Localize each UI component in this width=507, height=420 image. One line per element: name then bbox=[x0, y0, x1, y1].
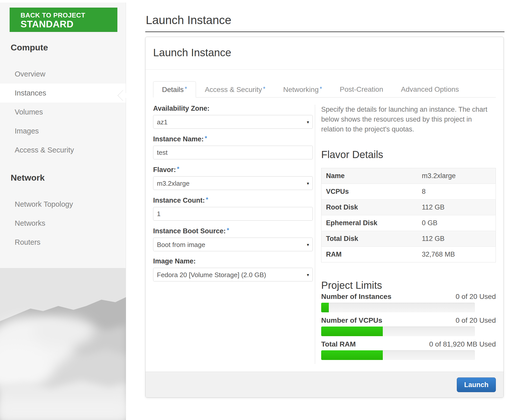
flavor-label: Flavor:* bbox=[153, 165, 313, 174]
flavor-details-heading: Flavor Details bbox=[321, 149, 496, 160]
quota-progress-fill bbox=[321, 350, 383, 360]
instance-boot-source-select[interactable]: Boot from image ▾ bbox=[153, 238, 313, 251]
flavor-select[interactable]: m3.2xlarge ▾ bbox=[153, 176, 313, 190]
back-button-project-name: STANDARD bbox=[21, 19, 117, 30]
table-row: RAM32,768 MB bbox=[321, 247, 496, 262]
quota-ram: Total RAM 0 of 81,920 MB Used bbox=[321, 340, 496, 360]
image-name-group: Image Name:* Fedora 20 [Volume Storage] … bbox=[153, 257, 313, 281]
quota-progress-fill bbox=[321, 303, 329, 312]
quota-progress-track bbox=[321, 303, 475, 312]
availability-zone-label: Availability Zone:* bbox=[153, 105, 313, 112]
details-form: Availability Zone:* az1 ▾ Instance Name:… bbox=[153, 105, 313, 364]
sidebar-item-overview[interactable]: Overview bbox=[0, 65, 126, 84]
chevron-down-icon: ▾ bbox=[307, 242, 309, 247]
tab-networking[interactable]: Networking* bbox=[274, 81, 331, 98]
launch-button[interactable]: Launch bbox=[457, 377, 496, 392]
required-asterisk: * bbox=[184, 85, 187, 92]
instance-name-input[interactable] bbox=[153, 146, 313, 159]
required-asterisk: * bbox=[319, 85, 322, 92]
availability-zone-group: Availability Zone:* az1 ▾ bbox=[153, 105, 313, 129]
sidebar-item-access-security[interactable]: Access & Security bbox=[0, 141, 126, 160]
quota-label: Number of VCPUs bbox=[321, 316, 382, 324]
chevron-down-icon: ▾ bbox=[307, 272, 309, 278]
required-asterisk: * bbox=[262, 85, 265, 92]
tab-details[interactable]: Details* bbox=[153, 81, 196, 98]
availability-zone-select[interactable]: az1 ▾ bbox=[153, 115, 313, 129]
sidebar-background-image bbox=[0, 268, 126, 420]
instance-boot-source-group: Instance Boot Source:* Boot from image ▾ bbox=[153, 227, 313, 251]
image-name-select[interactable]: Fedora 20 [Volume Storage] (2.0 GB) ▾ bbox=[153, 268, 313, 281]
required-asterisk: * bbox=[204, 135, 207, 142]
main-content: Launch Instance Launch Instance Details*… bbox=[126, 0, 507, 420]
project-limits-heading: Project Limits bbox=[321, 280, 496, 291]
title-divider bbox=[145, 31, 504, 32]
sidebar-item-instances[interactable]: Instances bbox=[0, 84, 126, 103]
quota-label: Total RAM bbox=[321, 340, 356, 348]
quota-usage: 0 of 20 Used bbox=[456, 293, 496, 301]
instance-boot-source-label: Instance Boot Source:* bbox=[153, 227, 313, 235]
table-row: Total Disk112 GB bbox=[321, 231, 496, 247]
tab-advanced-options[interactable]: Advanced Options* bbox=[392, 81, 468, 98]
help-panel: Specify the details for launching an ins… bbox=[315, 105, 496, 364]
flavor-details-table: Namem3.2xlarge VCPUs8 Root Disk112 GB Ep… bbox=[321, 168, 496, 262]
sidebar-section-network: Network bbox=[11, 173, 126, 183]
table-row: VCPUs8 bbox=[321, 184, 496, 200]
launch-instance-modal: Launch Instance Details* Access & Securi… bbox=[145, 37, 504, 398]
sidebar-item-network-topology[interactable]: Network Topology bbox=[0, 195, 126, 214]
table-row: Namem3.2xlarge bbox=[321, 168, 496, 184]
mountain-photo-art bbox=[0, 268, 126, 420]
sidebar-item-routers[interactable]: Routers bbox=[0, 233, 126, 252]
image-name-label: Image Name:* bbox=[153, 257, 313, 265]
quota-progress-fill bbox=[321, 327, 383, 336]
sidebar-item-volumes[interactable]: Volumes bbox=[0, 103, 126, 122]
modal-footer: Launch bbox=[146, 372, 503, 397]
modal-header: Launch Instance bbox=[146, 37, 503, 70]
sidebar-item-networks[interactable]: Networks bbox=[0, 214, 126, 233]
sidebar-section-compute: Compute bbox=[11, 43, 126, 52]
table-row: Root Disk112 GB bbox=[321, 200, 496, 215]
quota-vcpus: Number of VCPUs 0 of 20 Used bbox=[321, 316, 496, 336]
instance-count-input[interactable] bbox=[153, 207, 313, 221]
required-asterisk: * bbox=[176, 165, 179, 172]
back-to-project-button[interactable]: BACK TO PROJECT STANDARD bbox=[10, 8, 117, 32]
help-text: Specify the details for launching an ins… bbox=[321, 105, 496, 134]
flavor-group: Flavor:* m3.2xlarge ▾ bbox=[153, 165, 313, 190]
chevron-down-icon: ▾ bbox=[307, 120, 309, 125]
instance-count-group: Instance Count:* bbox=[153, 196, 313, 221]
quota-progress-track bbox=[321, 350, 475, 360]
chevron-down-icon: ▾ bbox=[307, 181, 309, 186]
top-strip bbox=[0, 0, 507, 3]
quota-instances: Number of Instances 0 of 20 Used bbox=[321, 293, 496, 312]
page-title: Launch Instance bbox=[146, 13, 507, 27]
table-row: Ephemeral Disk0 GB bbox=[321, 215, 496, 231]
quota-usage: 0 of 81,920 MB Used bbox=[429, 340, 496, 348]
quota-progress-track bbox=[321, 327, 475, 336]
modal-tabs: Details* Access & Security* Networking* … bbox=[153, 81, 496, 98]
tab-access-security[interactable]: Access & Security* bbox=[196, 81, 274, 98]
instance-name-label: Instance Name:* bbox=[153, 135, 313, 143]
instance-name-group: Instance Name:* bbox=[153, 135, 313, 159]
tab-post-creation[interactable]: Post-Creation* bbox=[331, 81, 392, 98]
quota-usage: 0 of 20 Used bbox=[456, 316, 496, 324]
quota-label: Number of Instances bbox=[321, 293, 391, 301]
back-button-line1: BACK TO PROJECT bbox=[21, 11, 117, 19]
required-asterisk: * bbox=[226, 227, 229, 234]
sidebar-item-images[interactable]: Images bbox=[0, 122, 126, 141]
instance-count-label: Instance Count:* bbox=[153, 196, 313, 204]
launch-instance-page: BACK TO PROJECT STANDARD Compute Overvie… bbox=[0, 0, 507, 420]
modal-title: Launch Instance bbox=[153, 47, 496, 59]
sidebar: BACK TO PROJECT STANDARD Compute Overvie… bbox=[0, 3, 126, 420]
required-asterisk: * bbox=[205, 196, 208, 203]
modal-body: Details* Access & Security* Networking* … bbox=[146, 70, 503, 372]
